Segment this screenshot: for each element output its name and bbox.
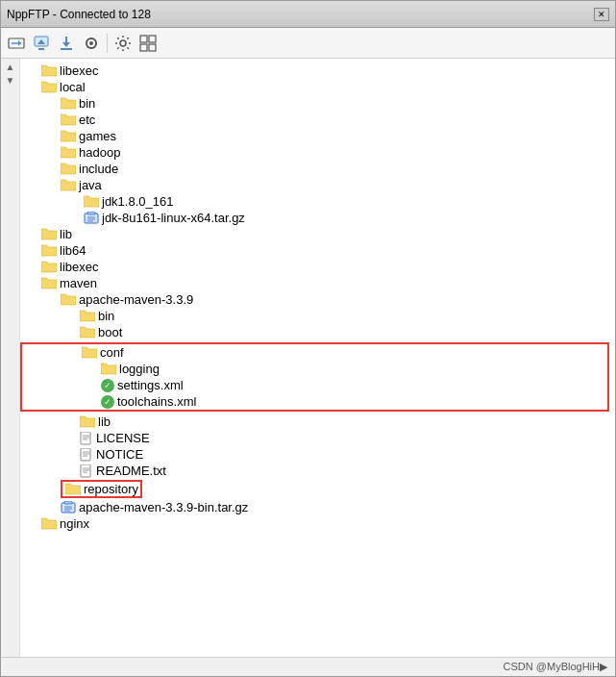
folder-icon — [61, 293, 76, 306]
list-item[interactable]: maven — [20, 275, 615, 291]
folder-icon — [41, 64, 57, 77]
folder-icon — [80, 310, 95, 322]
list-item[interactable]: NOTICE — [20, 446, 615, 463]
list-item[interactable]: README.txt — [20, 463, 615, 479]
folder-icon — [41, 244, 57, 257]
svg-rect-7 — [65, 37, 67, 43]
folder-icon — [41, 261, 57, 273]
svg-rect-23 — [81, 432, 90, 444]
check-icon: ✓ — [101, 379, 114, 392]
item-label: lib — [60, 227, 72, 241]
toolbar-refresh-btn[interactable] — [80, 32, 103, 55]
item-label: jdk-8u161-linux-x64.tar.gz — [102, 211, 245, 225]
folder-icon — [41, 81, 57, 93]
list-item[interactable]: boot — [20, 324, 615, 340]
list-item[interactable]: nginx — [20, 515, 615, 532]
list-item[interactable]: apache-maven-3.3.9-bin.tar.gz — [20, 499, 615, 515]
folder-icon — [82, 346, 97, 359]
list-item[interactable]: include — [20, 161, 615, 177]
item-label: java — [79, 178, 102, 192]
list-item[interactable]: bin — [20, 308, 615, 324]
list-item[interactable]: LICENSE — [20, 430, 615, 446]
toolbar — [1, 28, 615, 59]
list-item[interactable]: lib64 — [20, 242, 615, 259]
list-item[interactable]: lib — [20, 414, 615, 430]
item-label: apache-maven-3.3.9 — [79, 292, 193, 307]
toolbar-grid-btn[interactable] — [136, 32, 160, 55]
folder-icon — [41, 228, 57, 240]
refresh-icon — [83, 35, 100, 52]
close-button[interactable]: ✕ — [594, 8, 609, 21]
content-area: ▲ ▼ libexec local — [1, 59, 615, 657]
list-item[interactable]: ✓ settings.xml — [22, 377, 607, 393]
list-item[interactable]: repository — [20, 479, 615, 499]
list-item[interactable]: etc — [20, 112, 615, 128]
folder-icon — [61, 146, 76, 159]
settings-icon — [114, 35, 132, 52]
svg-point-12 — [120, 40, 126, 46]
archive-icon — [84, 212, 99, 225]
item-label: toolchains.xml — [117, 394, 196, 409]
scroll-up-arrow[interactable]: ▲ — [6, 63, 15, 72]
main-window: NppFTP - Connected to 128 ✕ — [0, 0, 616, 677]
list-item[interactable]: ✓ toolchains.xml — [22, 393, 607, 410]
svg-rect-27 — [81, 448, 90, 461]
connect-icon — [8, 35, 25, 52]
svg-rect-36 — [64, 501, 72, 504]
folder-icon — [41, 277, 57, 289]
svg-point-11 — [89, 41, 93, 45]
folder-icon — [80, 415, 95, 428]
list-item[interactable]: logging — [22, 361, 607, 377]
toolbar-connect-btn[interactable] — [5, 32, 28, 55]
list-item[interactable]: bin — [20, 95, 615, 112]
status-text: CSDN @MyBlogHiH▶ — [504, 661, 607, 673]
list-item[interactable]: libexec — [20, 63, 615, 79]
svg-rect-5 — [38, 48, 44, 50]
svg-rect-18 — [87, 212, 95, 214]
item-label: conf — [100, 345, 124, 360]
folder-icon — [61, 113, 76, 126]
file-tree[interactable]: libexec local bin — [20, 59, 615, 657]
item-label: libexec — [60, 63, 98, 78]
list-item[interactable]: local — [20, 79, 615, 95]
list-item[interactable]: jdk-8u161-linux-x64.tar.gz — [20, 210, 615, 226]
status-bar: CSDN @MyBlogHiH▶ — [1, 657, 615, 676]
list-item[interactable]: games — [20, 128, 615, 144]
list-item[interactable]: libexec — [20, 259, 615, 275]
list-item[interactable]: lib — [20, 226, 615, 242]
item-label: libexec — [60, 260, 98, 274]
upload-icon — [33, 35, 50, 52]
item-label: boot — [98, 325, 122, 339]
toolbar-separator — [107, 34, 108, 53]
item-label: include — [79, 162, 118, 176]
file-icon — [80, 464, 93, 478]
folder-icon — [61, 97, 76, 110]
list-item[interactable]: conf — [22, 344, 607, 361]
toolbar-settings-btn[interactable] — [111, 32, 135, 55]
conf-highlight-box: conf logging ✓ settings.xml — [20, 342, 609, 412]
svg-rect-15 — [140, 44, 147, 51]
folder-icon — [61, 179, 76, 191]
archive-icon — [61, 501, 76, 514]
list-item[interactable]: java — [20, 177, 615, 193]
item-label: lib — [98, 414, 111, 429]
folder-icon — [84, 195, 99, 208]
list-item[interactable]: jdk1.8.0_161 — [20, 193, 615, 210]
list-item[interactable]: hadoop — [20, 144, 615, 161]
toolbar-download-btn[interactable] — [55, 32, 78, 55]
list-item[interactable]: apache-maven-3.3.9 — [20, 291, 615, 308]
svg-rect-31 — [81, 464, 90, 477]
toolbar-upload-btn[interactable] — [30, 32, 53, 55]
folder-icon — [65, 483, 81, 495]
item-label: LICENSE — [96, 431, 150, 445]
window-title: NppFTP - Connected to 128 — [7, 8, 151, 21]
svg-rect-8 — [61, 48, 72, 50]
scroll-down-arrow[interactable]: ▼ — [6, 76, 15, 86]
folder-icon — [101, 363, 116, 375]
svg-rect-35 — [62, 503, 75, 513]
item-label: maven — [60, 276, 97, 290]
folder-icon — [61, 163, 76, 175]
item-label: apache-maven-3.3.9-bin.tar.gz — [79, 500, 248, 514]
svg-rect-14 — [149, 36, 156, 42]
check-icon: ✓ — [101, 395, 114, 409]
